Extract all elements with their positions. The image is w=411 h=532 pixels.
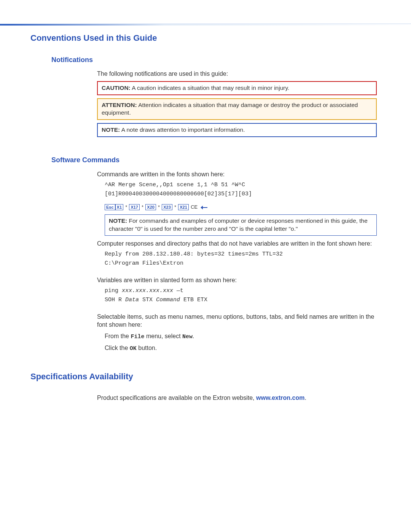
vars-intro: Variables are written in slanted form as… — [97, 276, 377, 284]
token-x20: X20 — [145, 204, 156, 210]
sel1-a: From the — [105, 333, 131, 339]
top-rule — [0, 24, 411, 26]
note-inset: NOTE: For commands and examples of compu… — [105, 214, 377, 236]
note2-label: NOTE: — [109, 217, 127, 224]
token-esc: Esc — [105, 204, 115, 210]
var-soh-a: SOH R — [105, 297, 125, 303]
token-x17: X17 — [129, 204, 140, 210]
attention-box: ATTENTION: Attention indicates a situati… — [97, 98, 377, 120]
attention-label: ATTENTION: — [102, 102, 137, 108]
page: Conventions Used in this Guide Notificat… — [0, 0, 411, 532]
spacer — [30, 140, 381, 155]
heading-notifications: Notifications — [30, 55, 381, 64]
spacer — [30, 356, 381, 371]
heading-specs: Specifications Availability — [30, 371, 381, 382]
cmd-line-1: ^AR Merge Scene,,Op1 scene 1,1 ^B 51 ^W^… — [105, 181, 377, 189]
notifications-body: The following notifications are used in … — [97, 70, 377, 137]
token-sep-2: * — [141, 204, 144, 210]
caution-box: CAUTION: A caution indicates a situation… — [97, 81, 377, 95]
extron-link[interactable]: www.extron.com — [256, 395, 304, 401]
token-row: EscX1 * X17 * X20 * X23 * X21 CE — [105, 204, 377, 211]
spacer — [97, 269, 377, 276]
token-sep-4: * — [174, 204, 177, 210]
var-line-soh: SOH R Data STX Command ETB ETX — [105, 296, 377, 304]
heading-conventions: Conventions Used in this Guide — [30, 32, 381, 44]
specs-text: Product specifications are available on … — [97, 394, 377, 402]
token-x21: X21 — [178, 204, 189, 210]
token-sep-3: * — [157, 204, 161, 210]
sel2-c: button. — [137, 345, 157, 351]
specs-body: Product specifications are available on … — [97, 394, 377, 402]
sel2-b: OK — [130, 345, 137, 352]
selectable-line-2: Click the OK button. — [97, 344, 377, 353]
var-ping-a: ping — [105, 288, 122, 294]
token-x23: X23 — [162, 204, 172, 210]
specs-text-a: Product specifications are available on … — [97, 395, 256, 401]
selectable-line-1: From the File menu, select New. — [97, 332, 377, 341]
var-ping-b: xxx.xxx.xxx.xxx — [122, 288, 173, 294]
note2-text: For commands and examples of computer or… — [109, 217, 368, 232]
responses-intro: Computer responses and directory paths t… — [97, 240, 377, 248]
note-text: A note draws attention to important info… — [121, 126, 245, 133]
sel2-a: Click the — [105, 345, 130, 351]
var-line-ping: ping xxx.xxx.xxx.xxx —t — [105, 287, 377, 295]
sel1-d: New — [182, 334, 193, 340]
notifications-intro: The following notifications are used in … — [97, 70, 377, 78]
response-line-2: C:\Program Files\Extron — [105, 260, 377, 267]
heading-software: Software Commands — [30, 155, 381, 165]
note-box: NOTE: A note draws attention to importan… — [97, 123, 377, 137]
cmd-line-2: [01]R000400300004000080000600[02]35[17][… — [105, 190, 377, 198]
sel1-e: . — [193, 333, 194, 339]
selectable-intro: Selectable items, such as menu names, me… — [97, 313, 377, 329]
token-sep-1: * — [124, 204, 128, 210]
software-intro: Commands are written in the fonts shown … — [97, 170, 377, 179]
response-line-1: Reply from 208.132.180.48: bytes=32 time… — [105, 251, 377, 258]
sel1-c: menu, select — [144, 333, 182, 339]
var-soh-c: STX — [139, 297, 156, 303]
sel1-b: File — [131, 334, 144, 340]
caution-label: CAUTION: — [102, 85, 131, 91]
content: Conventions Used in this Guide Notificat… — [30, 0, 381, 402]
var-soh-e: ETB ETX — [180, 297, 207, 303]
var-ping-c: —t — [173, 288, 183, 294]
var-soh-b: Data — [125, 297, 139, 303]
return-arrow-icon — [201, 204, 207, 211]
specs-text-b: . — [304, 395, 306, 401]
token-x1: X1 — [115, 204, 123, 210]
note-label: NOTE: — [102, 126, 120, 133]
var-soh-d: Command — [156, 297, 180, 303]
attention-text: Attention indicates a situation that may… — [102, 102, 358, 116]
token-ce: CE — [190, 204, 198, 210]
caution-text: A caution indicates a situation that may… — [132, 85, 289, 91]
software-body: Commands are written in the fonts shown … — [97, 170, 377, 353]
spacer — [97, 306, 377, 313]
